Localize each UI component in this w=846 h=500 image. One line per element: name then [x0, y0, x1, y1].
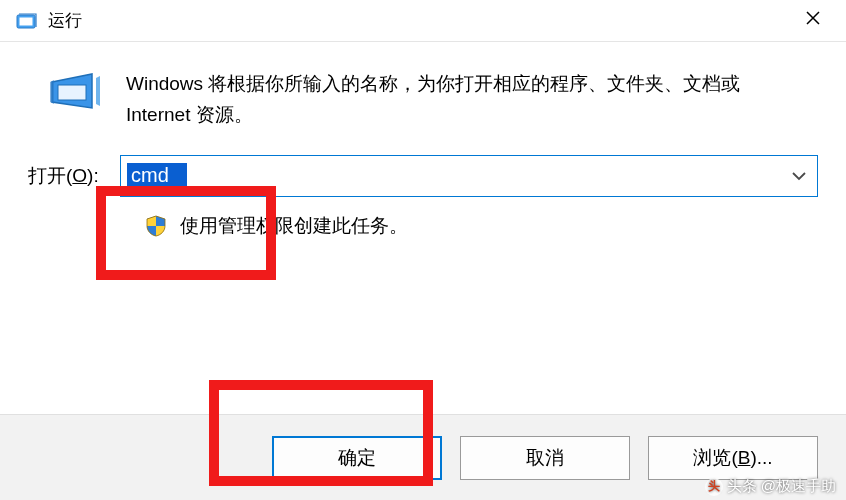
ok-button[interactable]: 确定	[272, 436, 442, 480]
titlebar-left: 运行	[16, 9, 82, 32]
run-dialog-icon	[48, 68, 104, 116]
description-text: Windows 将根据你所输入的名称，为你打开相应的程序、文件夹、文档或 Int…	[126, 68, 766, 131]
admin-note-text: 使用管理权限创建此任务。	[180, 213, 408, 239]
open-combobox[interactable]	[120, 155, 818, 197]
open-row: 打开(O):	[28, 155, 818, 197]
cancel-button[interactable]: 取消	[460, 436, 630, 480]
watermark-icon: 头	[705, 478, 723, 496]
open-combobox-wrap	[120, 155, 818, 197]
admin-note-row: 使用管理权限创建此任务。	[144, 213, 818, 239]
chevron-down-icon[interactable]	[787, 171, 811, 181]
close-button[interactable]	[790, 3, 836, 39]
open-input[interactable]	[127, 163, 187, 188]
shield-icon	[144, 214, 168, 238]
svg-rect-2	[58, 85, 86, 100]
description-row: Windows 将根据你所输入的名称，为你打开相应的程序、文件夹、文档或 Int…	[48, 68, 818, 131]
window-title: 运行	[48, 9, 82, 32]
open-label: 打开(O):	[28, 163, 106, 189]
watermark: 头 头条 @极速手助	[705, 477, 836, 496]
svg-rect-1	[20, 17, 33, 25]
run-title-icon	[16, 12, 38, 30]
close-icon	[805, 10, 821, 31]
dialog-content: Windows 将根据你所输入的名称，为你打开相应的程序、文件夹、文档或 Int…	[0, 42, 846, 257]
titlebar: 运行	[0, 0, 846, 42]
browse-button[interactable]: 浏览(B)...	[648, 436, 818, 480]
